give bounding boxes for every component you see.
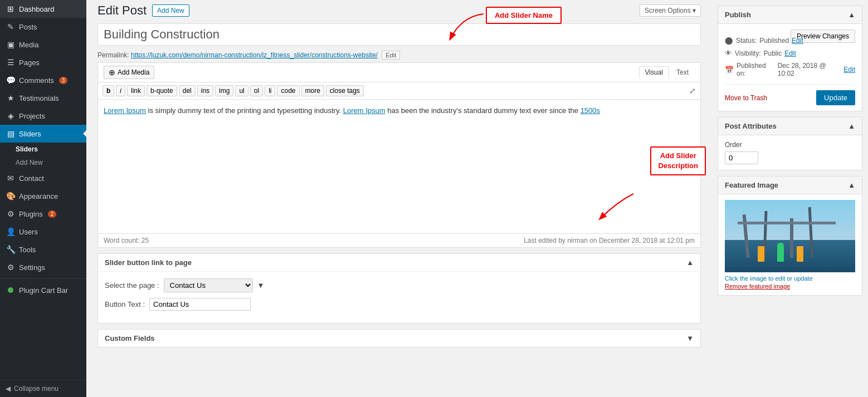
sidebar-item-sliders[interactable]: ▤ Sliders xyxy=(0,125,86,143)
tab-visual[interactable]: Visual xyxy=(639,66,669,79)
published-on-value: Dec 28, 2018 @ 10:02 xyxy=(778,62,841,77)
users-icon: 👤 xyxy=(6,227,16,236)
add-new-button[interactable]: Add New xyxy=(152,4,189,17)
editor-toolbar: b i link b-quote del ins img ul ol li co… xyxy=(98,82,700,100)
toolbar-img[interactable]: img xyxy=(215,85,233,96)
remove-featured-image-link[interactable]: Remove featured image xyxy=(725,283,855,290)
permalink-url[interactable]: https://luzuk.com/demo/nirman-constructi… xyxy=(131,51,378,59)
publish-box-body: Preview Changes ⬤ Status: Published Edit… xyxy=(718,24,862,111)
calendar-icon: 📅 xyxy=(725,66,734,74)
collapse-menu[interactable]: ◀ Collapse menu xyxy=(0,380,86,397)
sidebar-item-testimonials[interactable]: ★ Testimonials xyxy=(0,89,86,107)
publish-actions: Move to Trash Update xyxy=(725,84,855,105)
sidebar-item-media[interactable]: ▣ Media xyxy=(0,36,86,53)
sidebar-item-pages[interactable]: ☰ Pages xyxy=(0,53,86,71)
move-to-trash-link[interactable]: Move to Trash xyxy=(725,94,767,102)
status-edit-link[interactable]: Edit xyxy=(792,37,803,45)
editor-footer: Word count: 25 Last edited by nirman on … xyxy=(98,233,700,247)
toolbar-code[interactable]: code xyxy=(277,85,299,96)
sidebar-item-tools[interactable]: 🔧 Tools xyxy=(0,241,86,258)
publish-header-toggle: ▲ xyxy=(848,11,855,19)
toolbar-bquote[interactable]: b-quote xyxy=(147,85,177,96)
toolbar-del[interactable]: del xyxy=(179,85,196,96)
testimonials-icon: ★ xyxy=(6,94,16,102)
fullscreen-button[interactable]: ⤢ xyxy=(689,86,696,95)
status-row: ⬤ Status: Published Edit xyxy=(725,34,791,47)
comments-icon: 💬 xyxy=(6,76,16,85)
sidebar-item-appearance[interactable]: 🎨 Appearance xyxy=(0,187,86,205)
slider-button-metabox-body: Select the page : Contact Us Home About … xyxy=(98,272,700,323)
custom-fields-title: Custom Fields xyxy=(105,334,155,342)
sidebar-item-users[interactable]: 👤 Users xyxy=(0,223,86,241)
toolbar-link[interactable]: link xyxy=(127,85,145,96)
sidebar-item-contact[interactable]: ✉ Contact xyxy=(0,169,86,187)
topbar-left: Edit Post Add New xyxy=(97,3,189,18)
order-label: Order xyxy=(725,141,855,149)
select-page-dropdown[interactable]: Contact Us Home About Services xyxy=(164,278,253,292)
sidebar-item-comments[interactable]: 💬 Comments 3 xyxy=(0,71,86,89)
dashboard-icon: ⊞ xyxy=(6,4,16,13)
plugins-badge: 2 xyxy=(48,210,57,218)
appearance-icon: 🎨 xyxy=(6,192,16,200)
custom-fields-toggle: ▼ xyxy=(686,334,694,342)
projects-icon: ◈ xyxy=(6,111,16,120)
tab-text[interactable]: Text xyxy=(670,66,695,79)
visibility-icon: 👁 xyxy=(725,49,732,57)
tools-icon: 🔧 xyxy=(6,245,16,254)
featured-image-thumbnail[interactable] xyxy=(725,200,855,272)
publish-box-header: Publish ▲ xyxy=(718,6,862,24)
sidebar-item-dashboard[interactable]: ⊞ Dashboard xyxy=(0,0,86,18)
published-on-edit-link[interactable]: Edit xyxy=(843,66,855,73)
dropdown-arrow-icon: ▼ xyxy=(257,281,265,290)
add-media-button[interactable]: ⊕ Add Media xyxy=(104,66,154,79)
button-text-input[interactable] xyxy=(149,298,251,311)
toolbar-ins[interactable]: ins xyxy=(197,85,213,96)
visibility-value: Public xyxy=(763,50,782,57)
sliders-icon: ▤ xyxy=(6,129,16,138)
permalink-row: Permalink: https://luzuk.com/demo/nirman… xyxy=(97,48,701,62)
post-attributes-body: Order xyxy=(718,135,862,170)
comments-badge: 3 xyxy=(59,77,68,84)
sidebar-item-plugins[interactable]: ⚙ Plugins 2 xyxy=(0,205,86,223)
annotation-slider-desc: Add SliderDescription xyxy=(650,146,706,175)
custom-fields-header[interactable]: Custom Fields ▼ xyxy=(97,329,701,347)
right-sidebar: Publish ▲ Preview Changes ⬤ Status: Publ… xyxy=(712,0,868,397)
screen-options-button[interactable]: Screen Options ▾ xyxy=(640,4,701,17)
published-on-row: 📅 Published on: Dec 28, 2018 @ 10:02 Edi… xyxy=(725,60,855,80)
featured-image-toggle: ▲ xyxy=(848,181,855,189)
visibility-edit-link[interactable]: Edit xyxy=(784,50,796,57)
featured-image-box: Featured Image ▲ xyxy=(718,176,862,296)
toolbar-italic[interactable]: i xyxy=(116,85,125,96)
sidebar-sub-sliders[interactable]: Sliders xyxy=(0,143,86,156)
toolbar-close-tags[interactable]: close tags xyxy=(326,85,364,96)
toolbar-ol[interactable]: ol xyxy=(250,85,263,96)
toolbar-bold[interactable]: b xyxy=(103,85,114,96)
slider-button-metabox: Slider button link to page ▲ Select the … xyxy=(97,253,701,324)
post-attributes-header[interactable]: Post Attributes ▲ xyxy=(718,117,862,135)
button-text-row: Button Text : xyxy=(105,298,694,311)
toolbar-li[interactable]: li xyxy=(265,85,275,96)
slider-button-metabox-header[interactable]: Slider button link to page ▲ xyxy=(98,254,700,272)
sidebar-item-settings[interactable]: ⚙ Settings xyxy=(0,258,86,276)
sidebar-item-projects[interactable]: ◈ Projects xyxy=(0,107,86,125)
editor-body[interactable]: Lorem Ipsum is simply dummy text of the … xyxy=(98,100,700,233)
content-area: Add Slider Name Permalink: https://luzuk… xyxy=(86,18,712,353)
featured-image-header[interactable]: Featured Image ▲ xyxy=(718,177,862,194)
toolbar-more[interactable]: more xyxy=(301,85,324,96)
toolbar-ul[interactable]: ul xyxy=(235,85,248,96)
metabox-collapse-icon: ▲ xyxy=(686,258,694,267)
post-title-input[interactable] xyxy=(97,23,701,46)
permalink-edit-button[interactable]: Edit xyxy=(382,51,400,60)
visibility-row: 👁 Visibility: Public Edit xyxy=(725,47,855,60)
sidebar-sub-add-new[interactable]: Add New xyxy=(0,156,86,169)
order-input[interactable] xyxy=(725,151,758,164)
collapse-icon: ◀ xyxy=(6,385,11,393)
pages-icon: ☰ xyxy=(6,58,16,67)
featured-image-title: Featured Image xyxy=(725,181,778,189)
featured-image-click-label[interactable]: Click the image to edit or update xyxy=(725,275,855,282)
update-button[interactable]: Update xyxy=(816,90,855,105)
sidebar-item-posts[interactable]: ✎ Posts xyxy=(0,18,86,36)
sidebar: ⊞ Dashboard ✎ Posts ▣ Media ☰ Pages 💬 Co… xyxy=(0,0,86,397)
sidebar-item-plugin-cart-bar[interactable]: Plugin Cart Bar xyxy=(0,281,86,299)
add-media-icon: ⊕ xyxy=(109,68,115,77)
